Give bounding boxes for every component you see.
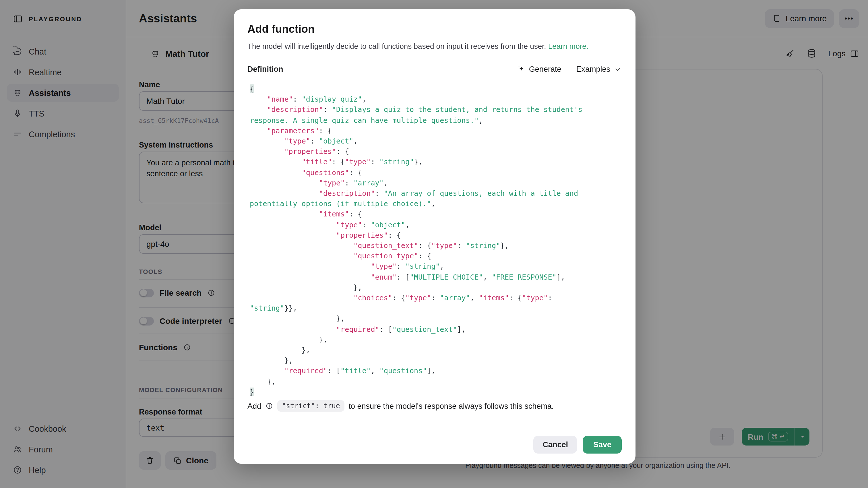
generate-label: Generate [529,65,561,73]
examples-dropdown[interactable]: Examples [576,65,622,73]
info-icon[interactable] [265,402,273,410]
strict-code-chip: "strict": true [277,400,344,411]
modal-description: The model will intelligently decide to c… [247,41,622,52]
generate-button[interactable]: Generate [517,65,561,73]
definition-label: Definition [247,65,283,73]
strict-note-prefix: Add [247,402,261,410]
chevron-down-icon [614,65,622,73]
cancel-button[interactable]: Cancel [533,436,577,454]
modal-title: Add function [247,23,622,36]
examples-label: Examples [576,65,610,73]
modal-footer: Cancel Save [533,436,622,454]
function-code[interactable]: { "name": "display_quiz", "description":… [250,84,622,397]
add-function-modal: Add function The model will intelligentl… [234,9,636,464]
modal-description-text: The model will intelligently decide to c… [247,42,546,51]
definition-row: Definition Generate Examples [247,65,622,73]
strict-note: Add "strict": true to ensure the model's… [247,400,622,411]
definition-actions: Generate Examples [517,65,622,73]
playground-app: PLAYGROUND Chat Realtime Assistants [0,0,868,488]
learn-more-link[interactable]: Learn more. [548,42,588,51]
strict-note-suffix: to ensure the model's response always fo… [348,402,554,410]
save-button[interactable]: Save [583,436,622,454]
sparkle-icon [517,65,526,73]
